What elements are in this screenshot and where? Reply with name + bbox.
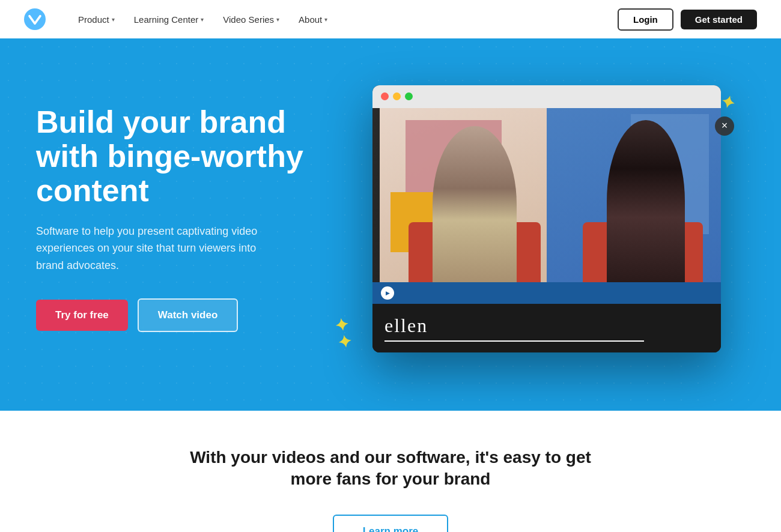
video-brand-footer: ellen bbox=[372, 304, 721, 352]
hero-visual: ▶ ellen × bbox=[348, 85, 745, 352]
video-controls-bar: ▶ bbox=[372, 282, 721, 304]
chevron-down-icon: ▾ bbox=[201, 16, 204, 23]
logo[interactable] bbox=[24, 8, 46, 30]
hero-subtitle: Software to help you present captivating… bbox=[36, 223, 264, 274]
learn-more-button[interactable]: Learn more bbox=[333, 515, 449, 532]
login-button[interactable]: Login bbox=[618, 8, 673, 31]
chevron-down-icon: ▾ bbox=[276, 16, 279, 23]
play-button[interactable]: ▶ bbox=[381, 286, 394, 300]
nav-about[interactable]: About ▾ bbox=[290, 10, 336, 29]
nav-learning-center[interactable]: Learning Center ▾ bbox=[126, 10, 213, 29]
signature-underline bbox=[384, 340, 644, 342]
svg-point-0 bbox=[24, 8, 46, 30]
hero-title: Build your brand with binge-worthy conte… bbox=[36, 105, 324, 208]
hero-content: Build your brand with binge-worthy conte… bbox=[36, 105, 324, 332]
navigation: Product ▾ Learning Center ▾ Video Series… bbox=[0, 0, 781, 38]
nav-links: Product ▾ Learning Center ▾ Video Series… bbox=[70, 10, 618, 29]
browser-chrome bbox=[372, 85, 721, 108]
person-left bbox=[433, 126, 517, 282]
chevron-down-icon: ▾ bbox=[112, 16, 115, 23]
value-proposition-section: With your videos and our software, it's … bbox=[0, 411, 781, 532]
signature-text: ellen bbox=[384, 315, 709, 337]
get-started-button[interactable]: Get started bbox=[681, 10, 757, 29]
browser-content: ▶ ellen × bbox=[372, 108, 721, 352]
nav-product[interactable]: Product ▾ bbox=[70, 10, 123, 29]
browser-mockup: ▶ ellen × bbox=[372, 85, 721, 352]
watch-video-button[interactable]: Watch video bbox=[138, 298, 239, 332]
hero-buttons: Try for free Watch video bbox=[36, 298, 324, 332]
person-right bbox=[607, 120, 685, 282]
chevron-down-icon: ▾ bbox=[324, 16, 327, 23]
try-for-free-button[interactable]: Try for free bbox=[36, 300, 128, 331]
browser-minimize-dot bbox=[393, 92, 401, 100]
nav-video-series[interactable]: Video Series ▾ bbox=[214, 10, 288, 29]
nav-actions: Login Get started bbox=[618, 8, 757, 31]
value-prop-title: With your videos and our software, it's … bbox=[180, 447, 601, 491]
hero-section: ✦✦✦ ✦✦ Build your brand with binge-worth… bbox=[0, 38, 781, 411]
browser-maximize-dot bbox=[405, 92, 413, 100]
browser-close-dot bbox=[381, 92, 389, 100]
video-area bbox=[372, 108, 721, 282]
